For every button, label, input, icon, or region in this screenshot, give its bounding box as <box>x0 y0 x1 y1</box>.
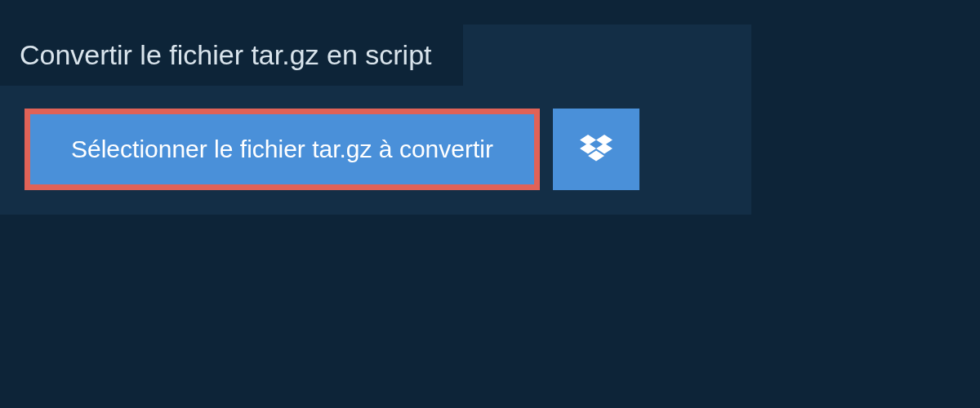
title-bar: Convertir le fichier tar.gz en script <box>0 24 463 86</box>
dropbox-icon <box>580 135 612 164</box>
page-title: Convertir le fichier tar.gz en script <box>20 39 432 71</box>
select-file-button[interactable]: Sélectionner le fichier tar.gz à convert… <box>24 109 540 190</box>
dropbox-button[interactable] <box>553 109 639 190</box>
button-row: Sélectionner le fichier tar.gz à convert… <box>0 86 751 190</box>
converter-panel: Convertir le fichier tar.gz en script Sé… <box>0 24 751 215</box>
